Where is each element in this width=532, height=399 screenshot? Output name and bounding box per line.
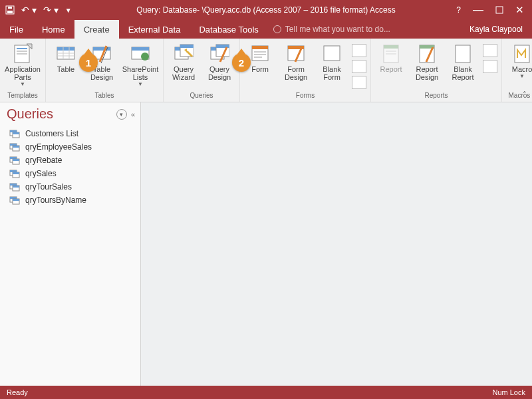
menu-external-data[interactable]: External Data — [119, 20, 190, 39]
menu-create[interactable]: Create — [74, 20, 119, 39]
blank-report-label: Blank Report — [452, 65, 473, 81]
nav-item[interactable]: qryTourSales — [0, 180, 140, 194]
query-wizard-icon — [173, 43, 194, 64]
nav-item-label: qryRebate — [25, 156, 62, 165]
svg-point-21 — [141, 53, 149, 61]
forms-more — [352, 41, 366, 89]
blank-form-icon — [321, 43, 342, 64]
bulb-icon — [273, 25, 281, 33]
more-forms-button[interactable] — [352, 76, 366, 89]
title-bar: ↶ ▾ ↷ ▾ ▼ Query: Database- \Query.acc.db… — [0, 0, 532, 20]
labels-button[interactable] — [483, 60, 497, 73]
body: Queries ▾ « Customers ListqryEmployeeSal… — [0, 102, 532, 386]
group-templates: Application Parts ▼ Templates — [0, 39, 46, 102]
tell-me-search[interactable]: Tell me what you want to do... — [273, 20, 390, 39]
report-label: Report — [380, 65, 402, 73]
macro-button[interactable]: Macro ▼ — [506, 41, 532, 79]
table-icon — [55, 43, 76, 64]
svg-rect-3 — [496, 7, 503, 13]
query-icon — [9, 156, 20, 165]
qat-customize-icon[interactable]: ▼ — [65, 7, 72, 14]
svg-rect-40 — [324, 46, 340, 61]
nav-item-label: qryEmployeeSales — [25, 142, 92, 152]
nav-list: Customers ListqryEmployeeSalesqryRebateq… — [0, 124, 140, 209]
query-icon — [9, 129, 20, 138]
form-label: Form — [251, 65, 269, 73]
sharepoint-lists-button[interactable]: SharePoint Lists ▼ — [122, 41, 159, 87]
svg-rect-43 — [386, 51, 396, 52]
svg-rect-61 — [13, 159, 19, 161]
nav-item[interactable]: qrySales — [0, 167, 140, 180]
svg-rect-44 — [386, 53, 396, 55]
report-wizard-button[interactable] — [483, 44, 497, 57]
status-numlock: Num Lock — [492, 388, 525, 396]
application-parts-button[interactable]: Application Parts ▼ — [4, 41, 41, 87]
nav-item-label: qryToursByName — [25, 196, 86, 205]
svg-rect-57 — [13, 146, 19, 148]
query-design-label: Query Design — [208, 65, 231, 81]
nav-item-label: qrySales — [25, 169, 57, 178]
svg-rect-48 — [456, 45, 470, 63]
nav-item[interactable]: qryRebate — [0, 154, 140, 167]
blank-report-icon — [452, 43, 473, 64]
table-label: Table — [57, 65, 74, 73]
help-icon[interactable]: ? — [456, 5, 461, 15]
menu-bar: File Home Create External Data Database … — [0, 20, 532, 39]
nav-item[interactable]: Customers List — [0, 127, 140, 140]
blank-form-button[interactable]: Blank Form — [316, 41, 348, 81]
group-queries-label: Queries — [190, 92, 213, 100]
navigation-button[interactable] — [352, 60, 366, 73]
svg-rect-5 — [17, 48, 27, 49]
group-tables-label: Tables — [95, 92, 114, 100]
group-macros-label: Macros & Code — [509, 92, 532, 100]
query-design-icon — [209, 43, 230, 64]
form-design-button[interactable]: Form Design — [280, 41, 312, 81]
svg-rect-1 — [7, 11, 13, 13]
svg-rect-73 — [13, 199, 19, 201]
document-area — [141, 102, 532, 386]
nav-item-label: Customers List — [25, 129, 78, 138]
save-icon[interactable] — [5, 5, 15, 15]
blank-report-button[interactable]: Blank Report — [447, 41, 479, 81]
maximize-button[interactable] — [495, 6, 503, 14]
application-parts-label: Application Parts — [5, 65, 41, 81]
menu-file[interactable]: File — [0, 20, 33, 39]
group-reports: Report Report Design Blank Report Report… — [371, 39, 502, 102]
menu-home[interactable]: Home — [33, 20, 74, 39]
application-parts-icon — [12, 43, 33, 64]
svg-rect-69 — [13, 186, 19, 188]
report-icon — [380, 43, 402, 64]
svg-rect-35 — [254, 54, 266, 55]
collapse-ribbon-icon[interactable]: ˄ — [523, 90, 527, 99]
table-button[interactable]: Table — [50, 41, 82, 73]
sharepoint-lists-icon — [130, 43, 151, 64]
group-reports-label: Reports — [424, 92, 448, 100]
svg-rect-30 — [216, 45, 229, 48]
redo-icon[interactable]: ↷ ▾ — [43, 5, 59, 15]
menu-database-tools[interactable]: Database Tools — [190, 20, 267, 39]
nav-title[interactable]: Queries — [7, 106, 116, 122]
query-design-button[interactable]: Query Design — [203, 41, 235, 81]
nav-item[interactable]: qryToursByName — [0, 194, 140, 207]
group-tables: Table Table Design SharePoint Lists ▼ Ta… — [46, 39, 164, 102]
reports-more — [483, 41, 497, 73]
svg-rect-6 — [17, 51, 27, 52]
group-queries: Query Wizard Query Design Queries — [164, 39, 240, 102]
minimize-button[interactable]: — — [473, 4, 483, 16]
sharepoint-lists-label: SharePoint Lists — [122, 65, 158, 81]
nav-item[interactable]: qryEmployeeSales — [0, 140, 140, 154]
callout-1: 1 — [79, 53, 98, 72]
close-button[interactable]: ✕ — [515, 4, 524, 16]
tell-me-placeholder: Tell me what you want to do... — [285, 25, 390, 34]
nav-filter-dropdown[interactable]: ▾ — [116, 109, 127, 120]
report-design-button[interactable]: Report Design — [411, 41, 443, 81]
report-button[interactable]: Report — [375, 41, 407, 73]
nav-collapse-icon[interactable]: « — [131, 110, 135, 118]
macro-label: Macro — [512, 65, 532, 73]
undo-icon[interactable]: ↶ ▾ — [21, 5, 37, 15]
svg-rect-42 — [384, 45, 398, 49]
svg-rect-65 — [13, 172, 19, 174]
user-name[interactable]: Kayla Claypool — [469, 20, 532, 39]
form-wizard-button[interactable] — [352, 44, 366, 57]
query-wizard-button[interactable]: Query Wizard — [168, 41, 200, 81]
